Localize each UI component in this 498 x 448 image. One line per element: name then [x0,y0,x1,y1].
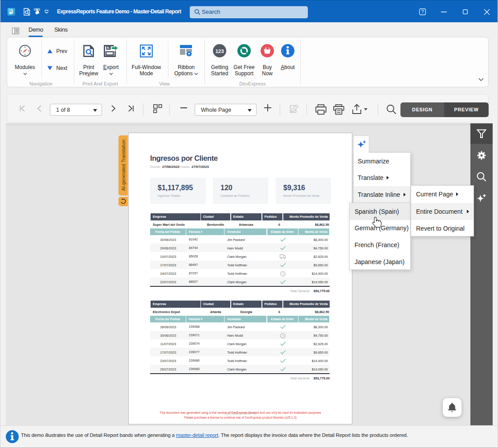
svg-text:123: 123 [215,49,224,54]
svg-text:?: ? [421,9,424,14]
